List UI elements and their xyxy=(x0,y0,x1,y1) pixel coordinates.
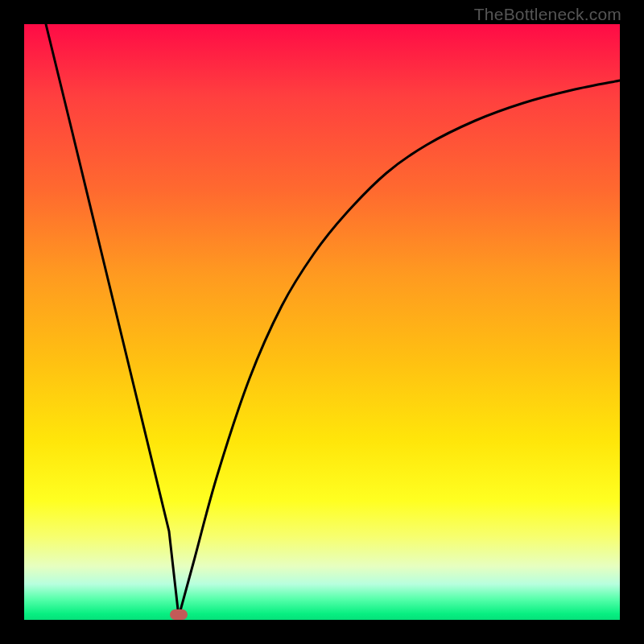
curve-left-branch xyxy=(46,24,179,617)
bottleneck-curve xyxy=(24,24,620,620)
curve-right-branch xyxy=(179,80,620,617)
optimal-point-marker xyxy=(170,609,188,620)
watermark-text: TheBottleneck.com xyxy=(474,5,621,24)
chart-plot-area xyxy=(24,24,620,620)
